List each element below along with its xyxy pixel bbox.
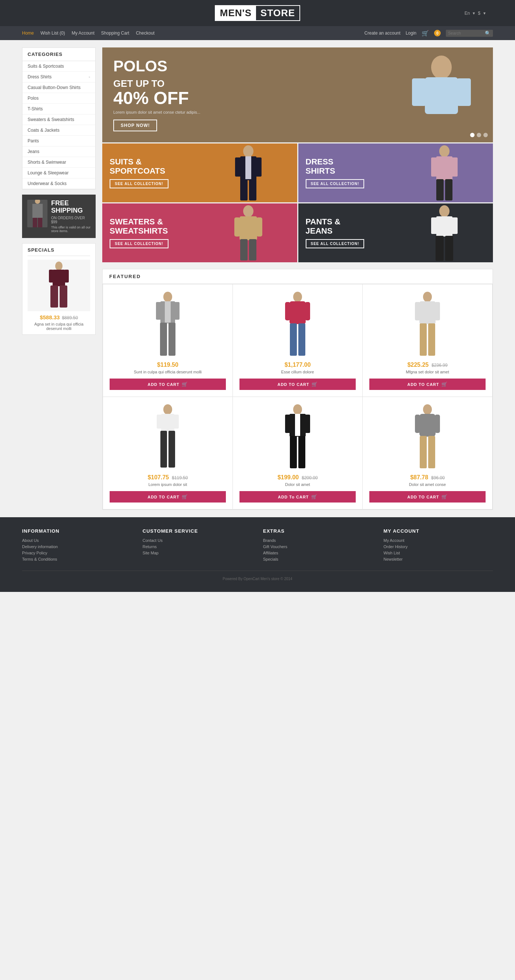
list-item: Jeans xyxy=(22,146,95,157)
cat-pants[interactable]: Pants xyxy=(22,136,95,146)
hero-dress-model xyxy=(396,143,493,202)
logo[interactable]: MEN'S STORE xyxy=(215,5,300,21)
add-to-cart-5[interactable]: ADD To CART 🛒 xyxy=(240,491,356,503)
footer-about[interactable]: About Us xyxy=(22,538,132,542)
svg-rect-31 xyxy=(431,217,437,234)
footer-gift-vouchers[interactable]: Gift Vouchers xyxy=(263,544,373,549)
footer-my-account[interactable]: My Account xyxy=(384,538,493,542)
svg-rect-9 xyxy=(457,78,471,106)
search-icon[interactable]: 🔍 xyxy=(485,30,491,36)
svg-rect-38 xyxy=(174,302,180,320)
footer-affiliates[interactable]: Affiliates xyxy=(263,551,373,555)
product-prices-2: $1,177.00 xyxy=(285,362,310,368)
svg-rect-68 xyxy=(420,414,436,437)
list-item: Dress Shirts ‐ xyxy=(22,72,95,83)
nav-account[interactable]: My Account xyxy=(72,30,95,36)
footer-delivery[interactable]: Delivery information xyxy=(22,544,132,549)
footer-specials[interactable]: Specials xyxy=(263,557,373,562)
product-sale-price-5: $199.00 xyxy=(277,474,299,481)
cart-icon[interactable]: 🛒 xyxy=(421,30,429,37)
footer-wish-list[interactable]: Wish List xyxy=(384,551,493,555)
top-header: MEN'S STORE En▾ $▾ xyxy=(0,0,515,26)
nav-cart[interactable]: Shopping Cart xyxy=(101,30,129,36)
cat-tshirts[interactable]: T-Shirts xyxy=(22,104,95,114)
footer-contact[interactable]: Contact Us xyxy=(143,538,252,542)
special-price-sale: $588.33 xyxy=(40,314,60,320)
lang-selector[interactable]: En xyxy=(465,11,470,16)
shop-now-button[interactable]: SHOP NOW! xyxy=(113,119,157,131)
cat-jeans[interactable]: Jeans xyxy=(22,146,95,157)
nav-home[interactable]: Home xyxy=(22,30,34,36)
hero-dot-2[interactable] xyxy=(477,133,481,137)
featured-section: FEATURED xyxy=(102,269,493,510)
footer-newsletter[interactable]: Newsletter xyxy=(384,557,493,562)
cat-shorts[interactable]: Shorts & Swimwear xyxy=(22,157,95,167)
add-to-cart-1[interactable]: ADD TO CART 🛒 xyxy=(110,379,226,390)
hero-sweaters-title: SWEATERS &SWEATSHIRTS xyxy=(110,217,168,235)
hero-dot-1[interactable] xyxy=(470,133,475,137)
svg-rect-16 xyxy=(245,156,251,179)
footer-sitemap[interactable]: Site Map xyxy=(143,551,252,555)
main-content: POLOSGET UP TO40% OFF Lorem ipsum dolor … xyxy=(102,48,493,510)
footer-brands[interactable]: Brands xyxy=(263,538,373,542)
logo-mens: MEN'S xyxy=(216,6,256,20)
svg-point-42 xyxy=(293,292,302,302)
pants-see-all-button[interactable]: SEE ALL COLLECTION! xyxy=(306,239,364,248)
product-sale-price-4: $107.75 xyxy=(148,474,169,481)
svg-rect-1 xyxy=(52,270,65,286)
search-input[interactable] xyxy=(448,31,485,35)
nav-wishlist[interactable]: Wish List (0) xyxy=(40,30,65,36)
svg-rect-24 xyxy=(240,216,257,240)
nav-create-account[interactable]: Create an account xyxy=(364,30,401,36)
dress-see-all-button[interactable]: SEE ALL COLLECTION! xyxy=(306,179,364,188)
svg-rect-14 xyxy=(240,179,248,200)
svg-rect-47 xyxy=(298,323,305,356)
nav-login[interactable]: Login xyxy=(406,30,416,36)
svg-rect-43 xyxy=(289,301,306,324)
svg-rect-37 xyxy=(156,302,161,320)
footer-terms[interactable]: Terms & Conditions xyxy=(22,557,132,562)
product-image-5 xyxy=(240,404,356,470)
product-orig-price-6: $96.00 xyxy=(431,475,445,480)
currency-selector[interactable]: $ xyxy=(478,11,480,16)
sidebar: CATEGORIES Suits & Sportcoats Dress Shir… xyxy=(22,48,95,510)
svg-rect-69 xyxy=(415,415,420,433)
cart-count[interactable]: 0 xyxy=(434,30,441,37)
svg-rect-71 xyxy=(420,436,427,468)
cat-sweaters[interactable]: Sweaters & Sweatshirts xyxy=(22,115,95,125)
add-to-cart-3[interactable]: ADD TO CART 🛒 xyxy=(369,379,486,390)
product-orig-price-3: $236.99 xyxy=(431,363,447,368)
add-to-cart-4[interactable]: ADD TO CART 🛒 xyxy=(110,491,226,503)
sidebar-categories: CATEGORIES Suits & Sportcoats Dress Shir… xyxy=(22,48,95,189)
add-to-cart-2[interactable]: ADD TO CART 🛒 xyxy=(240,379,356,390)
cat-casual[interactable]: Casual Button-Down Shirts xyxy=(22,83,95,93)
search-bar[interactable]: 🔍 xyxy=(446,30,493,37)
cat-lounge[interactable]: Lounge & Sleepwear xyxy=(22,168,95,178)
cat-underwear[interactable]: Underwear & Socks xyxy=(22,178,95,189)
special-item: $588.33 $889.50 Agna set in culpa qui of… xyxy=(28,260,90,331)
footer-returns[interactable]: Returns xyxy=(143,544,252,549)
product-desc-2: Esse cillum dolore xyxy=(281,370,314,374)
footer-order-history[interactable]: Order History xyxy=(384,544,493,549)
svg-rect-70 xyxy=(435,415,440,433)
svg-point-54 xyxy=(163,404,172,415)
cat-dress-shirts[interactable]: Dress Shirts ‐ xyxy=(22,72,95,82)
footer-privacy[interactable]: Privacy Policy xyxy=(22,551,132,555)
sweaters-see-all-button[interactable]: SEE ALL COLLECTION! xyxy=(110,239,168,248)
categories-title: CATEGORIES xyxy=(22,48,95,61)
add-to-cart-6[interactable]: ADD TO CART 🛒 xyxy=(369,491,486,503)
cat-suits[interactable]: Suits & Sportcoats xyxy=(22,61,95,72)
svg-rect-56 xyxy=(157,415,162,429)
cart-icon-2: 🛒 xyxy=(312,382,318,387)
suits-see-all-button[interactable]: SEE ALL COLLECTION! xyxy=(110,179,168,188)
svg-rect-63 xyxy=(305,415,310,433)
cat-coats[interactable]: Coats & Jackets xyxy=(22,125,95,135)
hero-sweaters-model xyxy=(200,204,297,262)
cat-polos[interactable]: Polos xyxy=(22,93,95,103)
svg-rect-51 xyxy=(435,302,440,320)
svg-point-60 xyxy=(293,404,302,415)
product-sale-price-3: $225.25 xyxy=(407,362,429,368)
nav-checkout[interactable]: Checkout xyxy=(136,30,154,36)
hero-dot-3[interactable] xyxy=(483,133,488,137)
copyright-text: Powered By OpenCart Men's store © 2014 xyxy=(223,577,292,581)
